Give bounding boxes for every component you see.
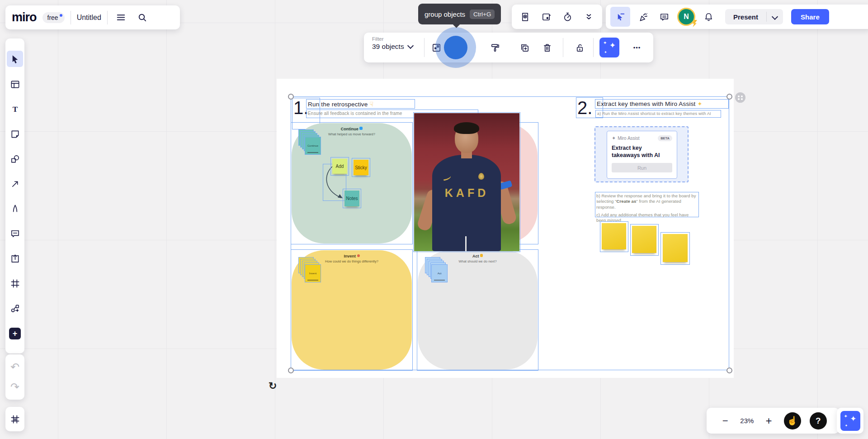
sticky-stack-continue[interactable]: Continue (298, 129, 323, 157)
collapse-toolbar-button[interactable] (581, 9, 596, 24)
assist-instructions[interactable]: b) Review the response and bring it to t… (596, 193, 698, 224)
assist-run-button[interactable]: Run (612, 163, 672, 172)
duplicate-plus-icon (519, 43, 530, 53)
selection-handle-nw[interactable] (288, 94, 294, 100)
search-button[interactable] (135, 10, 150, 25)
sticky-label: Notes (346, 196, 358, 201)
notifications-button[interactable] (701, 9, 716, 24)
color-swatch-circle (444, 36, 467, 59)
sticky-stack-act[interactable]: Act (425, 257, 449, 284)
assist-corner-button[interactable]: ✦ ✦ ✦ (840, 411, 860, 431)
cursor-icon (10, 54, 20, 64)
frame1-title[interactable]: Run the retrospective ☟ (308, 100, 373, 108)
zoom-toolbar: − 23% + ☝ ? (707, 408, 839, 434)
frames-panel-button[interactable] (7, 411, 23, 427)
interactive-tour-button[interactable]: ☝ (784, 412, 801, 429)
pen-tool[interactable] (7, 201, 23, 216)
minus-icon: − (722, 415, 728, 427)
selection-handle-ne[interactable] (726, 94, 732, 100)
sticky-note-sticky[interactable]: Sticky (354, 160, 368, 175)
sticky-note-notes[interactable]: Notes (344, 191, 359, 206)
yellow-sticky-2[interactable] (632, 226, 656, 253)
zoom-in-button[interactable]: + (763, 413, 775, 429)
selection-handle-sw[interactable] (288, 367, 294, 373)
frame1-subtitle[interactable]: Ensure all feedback is contained in the … (308, 111, 402, 116)
frames-tool[interactable] (7, 276, 23, 291)
assist-card[interactable]: ✦ Miro Assist BETA Extract key takeaways… (607, 131, 677, 179)
unlock-icon (575, 43, 585, 53)
frame1-number[interactable]: 1. (293, 99, 308, 117)
filter-dropdown[interactable]: Filter 39 objects (372, 36, 404, 51)
tooltip-shortcut: Ctrl+G (470, 10, 495, 19)
player-hair (454, 122, 479, 134)
search-icon (137, 12, 147, 23)
hamburger-icon (116, 12, 126, 23)
question-icon: ? (816, 416, 821, 426)
trash-icon (542, 43, 552, 53)
present-button[interactable]: Present (725, 13, 766, 21)
more-tools-button[interactable]: + (7, 326, 23, 341)
group-objects-button[interactable] (435, 27, 476, 68)
frames-list-icon (10, 414, 20, 425)
yellow-sticky-3[interactable] (663, 234, 688, 262)
lightning-icon (692, 20, 697, 27)
duplicate-button[interactable] (517, 40, 532, 55)
assist-toolbar-button[interactable]: ✦ ✦ ✦ (599, 38, 619, 57)
reactions-button[interactable] (636, 9, 651, 24)
zoom-out-button[interactable]: − (719, 413, 731, 429)
present-dropdown-button[interactable] (767, 13, 783, 21)
lock-button[interactable] (572, 40, 587, 55)
frame2-subtitle[interactable]: a) Run the Miro Assist shortcut to extra… (597, 111, 711, 116)
share-button[interactable]: Share (791, 9, 829, 24)
yellow-sticky-1[interactable] (602, 223, 626, 249)
sticky-note-tool[interactable] (7, 126, 23, 142)
sticky-stack-invent[interactable]: Invent (298, 257, 323, 284)
screen-share-button[interactable] (539, 9, 554, 24)
timer-button[interactable] (560, 9, 575, 24)
connection-line-tool[interactable] (7, 176, 23, 191)
more-options-button[interactable]: ••• (629, 40, 645, 55)
comment-icon (10, 229, 20, 239)
comments-button[interactable] (656, 9, 672, 24)
present-button-group: Present (725, 9, 783, 24)
sticky-note-add[interactable]: Add (332, 159, 347, 174)
diagramming-tool[interactable] (7, 301, 23, 316)
frame2-number[interactable]: 2. (577, 99, 592, 117)
help-button[interactable]: ? (810, 412, 827, 429)
instruction-b: b) Review the response and bring it to t… (596, 193, 698, 210)
jersey-crest (478, 173, 484, 180)
comment-tool[interactable] (7, 226, 23, 242)
delete-button[interactable] (539, 40, 555, 55)
chevron-down-icon (772, 14, 778, 20)
templates-tool[interactable] (7, 76, 23, 92)
beta-badge: BETA (658, 135, 672, 141)
select-tool[interactable] (7, 51, 23, 67)
main-menu-button[interactable] (113, 10, 129, 25)
selection-handle-se[interactable] (726, 367, 732, 373)
topbar-right: N Present Share (606, 5, 868, 29)
frame2-title[interactable]: Extract key themes with Miro Assist ✦ (597, 100, 703, 107)
pointing-down-emoji: ☟ (369, 100, 373, 108)
tooltip-label: group objects (425, 10, 465, 18)
cursor-visibility-button[interactable] (610, 7, 630, 27)
plan-badge[interactable]: free (42, 12, 65, 23)
upload-tool[interactable] (7, 251, 23, 267)
user-avatar[interactable]: N (677, 8, 695, 26)
undo-button[interactable]: ↶ (7, 359, 23, 375)
footballer-image[interactable]: KAFD (414, 113, 519, 251)
quick-actions-grip[interactable] (735, 92, 745, 103)
style-copy-button[interactable] (487, 40, 503, 55)
zoom-level[interactable]: 23% (740, 417, 754, 425)
notes-button[interactable] (518, 9, 533, 24)
avatar-initial: N (684, 13, 689, 21)
board-title[interactable]: Untitled (77, 14, 101, 22)
stack-label: Invent (309, 272, 316, 275)
hand-pointer-icon: ☝ (787, 415, 798, 426)
sparkle-icon: ✦ (604, 51, 607, 54)
redo-button[interactable]: ↷ (7, 379, 23, 395)
screen-share-icon (541, 12, 552, 22)
shapes-tool[interactable] (7, 151, 23, 167)
redo-icon: ↷ (10, 382, 19, 392)
miro-logo[interactable]: miro (12, 10, 37, 24)
text-tool[interactable]: T (7, 101, 23, 117)
